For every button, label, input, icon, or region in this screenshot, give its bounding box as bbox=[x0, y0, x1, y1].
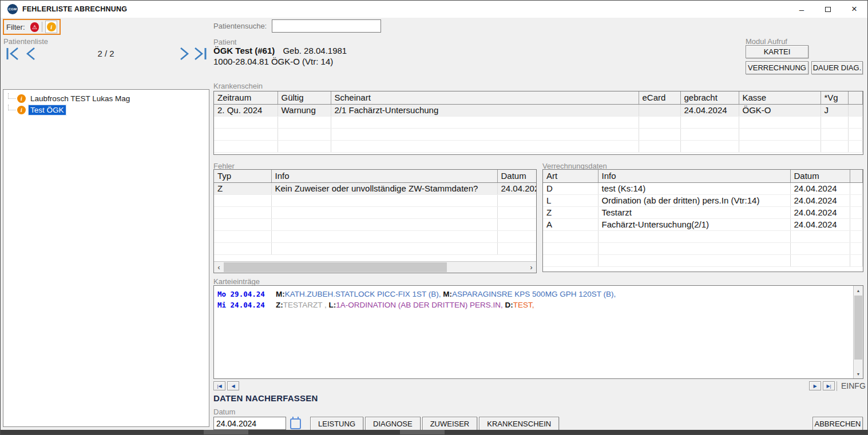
column-header[interactable]: Typ bbox=[214, 170, 271, 182]
table-cell bbox=[850, 206, 863, 218]
maximize-button[interactable] bbox=[815, 1, 841, 18]
scroll-left-icon[interactable]: ‹ bbox=[214, 262, 224, 273]
table-cell bbox=[848, 128, 863, 140]
verrechnung-button[interactable]: VERRECHNUNG bbox=[746, 61, 808, 74]
kartei-vertical-scrollbar[interactable]: ▲ ▼ bbox=[853, 286, 863, 378]
error-filter-icon[interactable]: ⚠ bbox=[30, 22, 39, 32]
table-row[interactable] bbox=[214, 242, 537, 254]
patient-list-item[interactable]: iTest ÖGK bbox=[5, 104, 208, 115]
table-cell: 24.04.2024 bbox=[790, 194, 850, 206]
table-cell bbox=[639, 140, 680, 152]
patient-list-panel[interactable]: iLaubfrosch TEST Lukas MagiTest ÖGK bbox=[3, 89, 209, 427]
table-cell bbox=[850, 230, 863, 242]
nacherfassen-zuweiser-button[interactable]: ZUWEISER bbox=[422, 417, 478, 430]
table-cell bbox=[271, 218, 497, 230]
cgm-app-icon: CGM bbox=[7, 4, 18, 14]
table-cell bbox=[680, 128, 739, 140]
table-cell bbox=[850, 218, 863, 230]
column-header[interactable]: Datum bbox=[497, 170, 537, 182]
table-row[interactable]: AFachärzt-Untersuchung(2/1)24.04.2024 bbox=[543, 218, 863, 230]
column-header[interactable]: *Vg bbox=[821, 91, 848, 104]
fehler-table: TypInfoDatumZKein Zuweiser oder unvollst… bbox=[213, 169, 537, 273]
nacherfassen-diagnose-button[interactable]: DIAGNOSE bbox=[365, 417, 421, 430]
table-row[interactable] bbox=[214, 230, 537, 242]
column-header[interactable]: Info bbox=[598, 170, 790, 182]
table-cell bbox=[497, 218, 537, 230]
table-row[interactable]: ZTestarzt24.04.2024 bbox=[543, 206, 863, 218]
kartei-first-button[interactable]: |◀ bbox=[213, 381, 225, 390]
kartei-entry-date: Mo 29.04.24 bbox=[217, 289, 276, 300]
column-header[interactable]: Info bbox=[271, 170, 497, 182]
table-row[interactable]: Dtest (Ks:14)24.04.2024 bbox=[543, 182, 863, 194]
table-cell bbox=[850, 182, 863, 194]
table-row[interactable] bbox=[543, 242, 863, 254]
column-header[interactable]: Gültig bbox=[278, 91, 331, 104]
table-cell bbox=[278, 116, 331, 128]
table-row[interactable] bbox=[214, 218, 537, 230]
calendar-icon[interactable] bbox=[290, 417, 302, 430]
tree-branch-line bbox=[8, 93, 16, 99]
table-cell bbox=[848, 116, 863, 128]
filter-group: Filter: ⚠ i bbox=[3, 19, 61, 35]
table-row[interactable]: ZKein Zuweiser oder unvollständige ZW-St… bbox=[214, 182, 537, 194]
column-header[interactable]: Zeitraum bbox=[214, 91, 278, 104]
table-cell: ÖGK-O bbox=[739, 104, 821, 116]
column-header[interactable]: Art bbox=[543, 170, 598, 182]
patient-search-input[interactable] bbox=[272, 19, 381, 33]
table-row[interactable]: LOrdination (ab der dritten) pers.In (Vt… bbox=[543, 194, 863, 206]
column-header[interactable]: Scheinart bbox=[331, 91, 639, 104]
abbrechen-button[interactable]: ABBRECHEN bbox=[812, 417, 863, 430]
kartei-next-button[interactable]: ▶ bbox=[809, 381, 821, 390]
table-row[interactable] bbox=[543, 254, 863, 266]
table-row[interactable] bbox=[543, 230, 863, 242]
scroll-right-icon[interactable]: › bbox=[526, 262, 536, 273]
table-cell bbox=[278, 128, 331, 140]
table-cell: 2. Qu. 2024 bbox=[214, 104, 278, 116]
table-row[interactable]: 2. Qu. 2024Warnung2/1 Fachärzt-Untersuch… bbox=[214, 104, 863, 116]
kartei-entry[interactable]: Mo 29.04.24M:KATH.ZUBEH.STATLOCK PICC-FI… bbox=[217, 289, 849, 300]
datum-input[interactable] bbox=[213, 417, 286, 430]
minimize-button[interactable]: – bbox=[788, 1, 815, 18]
table-cell bbox=[821, 140, 848, 152]
fehler-horizontal-scrollbar[interactable]: ‹ › bbox=[214, 261, 536, 273]
column-header[interactable]: Kasse bbox=[739, 91, 821, 104]
kartei-entry[interactable]: Mi 24.04.24Z:TESTARZT , L:1A-ORDINATION … bbox=[217, 300, 849, 310]
table-cell: A bbox=[543, 218, 598, 230]
patient-list-item[interactable]: iLaubfrosch TEST Lukas Mag bbox=[5, 93, 208, 104]
table-cell bbox=[331, 116, 639, 128]
column-header[interactable]: Datum bbox=[790, 170, 850, 182]
scroll-down-icon[interactable]: ▼ bbox=[854, 369, 863, 378]
table-row[interactable] bbox=[214, 206, 537, 218]
table-row[interactable] bbox=[214, 140, 863, 152]
table-cell bbox=[271, 242, 497, 254]
table-cell bbox=[790, 230, 850, 242]
next-patient-button[interactable] bbox=[178, 46, 191, 63]
table-cell bbox=[271, 206, 497, 218]
kartei-last-button[interactable]: ▶| bbox=[823, 381, 835, 390]
table-row[interactable] bbox=[214, 194, 537, 206]
table-row[interactable] bbox=[214, 116, 863, 128]
table-row[interactable] bbox=[214, 128, 863, 140]
close-button[interactable]: × bbox=[841, 1, 867, 18]
previous-patient-button[interactable] bbox=[25, 46, 37, 63]
dauer-diag-button[interactable]: DAUER DIAG. bbox=[811, 61, 863, 74]
karteieintraege-box[interactable]: Mo 29.04.24M:KATH.ZUBEH.STATLOCK PICC-FI… bbox=[213, 285, 863, 379]
table-cell bbox=[271, 230, 497, 242]
first-patient-button[interactable] bbox=[6, 46, 21, 63]
column-header[interactable]: eCard bbox=[639, 91, 680, 104]
scrollbar-thumb[interactable] bbox=[224, 262, 447, 272]
nacherfassen-leistung-button[interactable]: LEISTUNG bbox=[310, 417, 363, 430]
table-cell bbox=[214, 218, 271, 230]
kartei-previous-button[interactable]: ◀ bbox=[227, 381, 239, 390]
table-cell: Fachärzt-Untersuchung(2/1) bbox=[598, 218, 790, 230]
patient-nav: 2 / 2 bbox=[3, 45, 209, 63]
scroll-up-icon[interactable]: ▲ bbox=[854, 286, 863, 295]
kartei-button[interactable]: KARTEI bbox=[746, 45, 808, 58]
column-header-filler bbox=[850, 170, 863, 182]
last-patient-button[interactable] bbox=[193, 46, 208, 63]
info-filter-button[interactable]: i bbox=[45, 21, 57, 33]
nacherfassen-krankenschein-button[interactable]: KRANKENSCHEIN bbox=[479, 417, 559, 430]
column-header[interactable]: gebracht bbox=[680, 91, 739, 104]
scrollbar-thumb[interactable] bbox=[854, 296, 862, 360]
patient-birthdate: Geb. 28.04.1981 bbox=[283, 46, 347, 55]
